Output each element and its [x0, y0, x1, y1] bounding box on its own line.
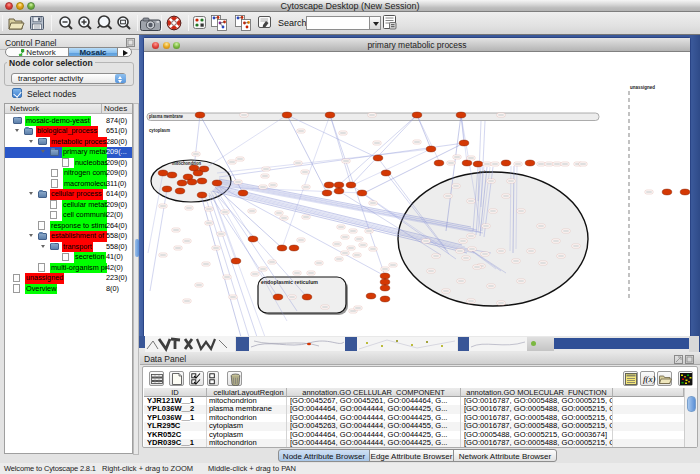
svg-text:mitochondrion: mitochondrion: [172, 160, 201, 166]
svg-text:endoplasmic reticulum: endoplasmic reticulum: [261, 279, 319, 285]
svg-text:cytoplasm: cytoplasm: [149, 127, 170, 133]
svg-text:nucleus: nucleus: [479, 169, 491, 174]
svg-text:unassigned: unassigned: [630, 84, 655, 90]
svg-text:plasma membrane: plasma membrane: [149, 113, 183, 119]
